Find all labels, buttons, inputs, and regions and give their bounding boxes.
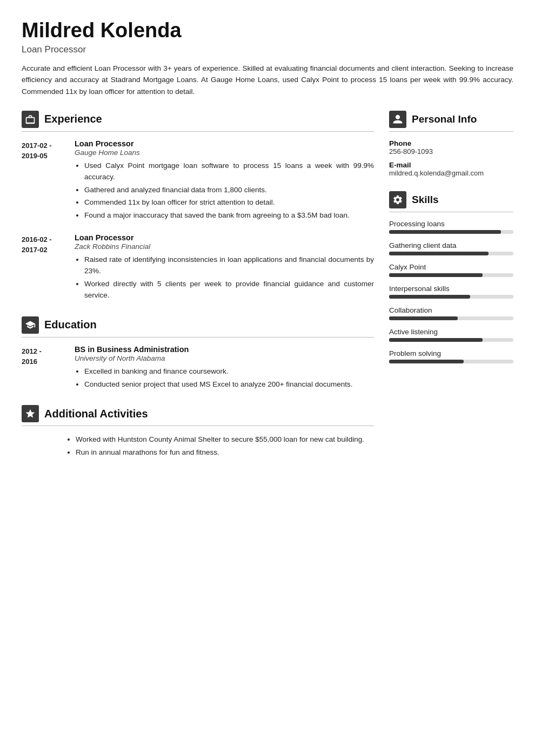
edu-bullet-1-2: Conducted senior project that used MS Ex… xyxy=(84,379,374,390)
skill-bar-fill-2 xyxy=(389,273,483,277)
personal-info-label: Personal Info xyxy=(412,113,477,125)
skills-list: Processing loans Gathering client data C… xyxy=(389,220,513,363)
skills-svg xyxy=(392,194,403,205)
bullets-2: Raised rate of identifying inconsistenci… xyxy=(75,254,374,301)
activities-icon xyxy=(22,405,39,422)
skill-bar-bg-2 xyxy=(389,273,513,277)
activity-bullet-2: Run in annual marathons for fun and fitn… xyxy=(76,447,374,458)
skill-item-1: Gathering client data xyxy=(389,241,513,255)
bullet-1-1: Used Calyx Point mortgage loan software … xyxy=(84,160,374,183)
bullet-1-2: Gathered and analyzed financial data fro… xyxy=(84,184,374,196)
email-label: E-mail xyxy=(389,161,513,169)
bullet-1-4: Found a major inaccuracy that saved the … xyxy=(84,210,374,221)
edu-bullets-1: Excelled in banking and finance coursewo… xyxy=(75,366,374,390)
activities-heading: Additional Activities xyxy=(22,405,374,426)
star-svg xyxy=(25,408,36,419)
skill-bar-bg-1 xyxy=(389,252,513,255)
activity-bullet-1: Worked with Huntston County Animal Shelt… xyxy=(76,434,374,446)
skill-bar-fill-5 xyxy=(389,338,483,342)
skill-item-4: Collaboration xyxy=(389,306,513,320)
experience-dates-2: 2016-02 -2017-02 xyxy=(22,233,65,302)
experience-icon xyxy=(22,111,39,128)
graduation-svg xyxy=(25,320,36,330)
skill-name-3: Interpersonal skills xyxy=(389,285,513,293)
company-1: Gauge Home Loans xyxy=(75,148,374,157)
education-entry-1: 2012 -2016 BS in Business Administration… xyxy=(22,345,374,391)
skill-name-2: Calyx Point xyxy=(389,263,513,271)
skill-name-0: Processing loans xyxy=(389,220,513,228)
bullet-1-3: Commended 11x by loan officer for strict… xyxy=(84,197,374,208)
email-value: mildred.q.kolenda@gmail.com xyxy=(389,169,513,177)
skill-item-2: Calyx Point xyxy=(389,263,513,277)
candidate-name: Mildred Kolenda xyxy=(22,19,513,42)
education-content-1: BS in Business Administration University… xyxy=(75,345,374,391)
degree-1: BS in Business Administration xyxy=(75,345,374,354)
right-column: Personal Info Phone 256-809-1093 E-mail … xyxy=(389,111,513,377)
experience-heading: Experience xyxy=(22,111,374,132)
personal-info-section: Personal Info Phone 256-809-1093 E-mail … xyxy=(389,111,513,177)
experience-entry-1: 2017-02 -2019-05 Loan Processor Gauge Ho… xyxy=(22,139,374,222)
skill-item-0: Processing loans xyxy=(389,220,513,234)
phone-label: Phone xyxy=(389,139,513,147)
person-svg xyxy=(392,114,403,125)
resume-header: Mildred Kolenda Loan Processor Accurate … xyxy=(22,19,513,98)
education-section: Education 2012 -2016 BS in Business Admi… xyxy=(22,316,374,391)
skill-bar-bg-0 xyxy=(389,230,513,234)
education-dates-1: 2012 -2016 xyxy=(22,345,65,391)
skill-item-3: Interpersonal skills xyxy=(389,285,513,299)
skill-item-5: Active listening xyxy=(389,328,513,342)
experience-label: Experience xyxy=(44,113,102,125)
skill-bar-fill-6 xyxy=(389,360,464,363)
skills-label: Skills xyxy=(412,194,439,206)
experience-entry-2: 2016-02 -2017-02 Loan Processor Zack Rob… xyxy=(22,233,374,302)
experience-content-2: Loan Processor Zack Robbins Financial Ra… xyxy=(75,233,374,302)
skill-bar-bg-4 xyxy=(389,316,513,320)
skill-bar-fill-3 xyxy=(389,295,470,299)
left-column: Experience 2017-02 -2019-05 Loan Process… xyxy=(22,111,374,473)
skill-bar-fill-0 xyxy=(389,230,501,234)
activities-label: Additional Activities xyxy=(44,408,148,420)
education-icon xyxy=(22,316,39,334)
skill-name-5: Active listening xyxy=(389,328,513,336)
phone-item: Phone 256-809-1093 xyxy=(389,139,513,156)
skill-bar-bg-3 xyxy=(389,295,513,299)
experience-content-1: Loan Processor Gauge Home Loans Used Cal… xyxy=(75,139,374,222)
skills-section: Skills Processing loans Gathering client… xyxy=(389,191,513,363)
experience-dates-1: 2017-02 -2019-05 xyxy=(22,139,65,222)
phone-value: 256-809-1093 xyxy=(389,147,513,156)
skill-bar-bg-6 xyxy=(389,360,513,363)
email-item: E-mail mildred.q.kolenda@gmail.com xyxy=(389,161,513,177)
personal-info-icon xyxy=(389,111,406,128)
skill-bar-bg-5 xyxy=(389,338,513,342)
activities-bullets: Worked with Huntston County Animal Shelt… xyxy=(22,434,374,458)
education-heading: Education xyxy=(22,316,374,338)
edu-bullet-1-1: Excelled in banking and finance coursewo… xyxy=(84,366,374,377)
skills-icon xyxy=(389,191,406,208)
bullets-1: Used Calyx Point mortgage loan software … xyxy=(75,160,374,221)
candidate-title: Loan Processor xyxy=(22,44,513,55)
skills-heading: Skills xyxy=(389,191,513,212)
skill-name-4: Collaboration xyxy=(389,306,513,314)
job-title-2: Loan Processor xyxy=(75,233,374,242)
skill-item-6: Problem solving xyxy=(389,349,513,363)
briefcase-svg xyxy=(25,114,36,125)
candidate-summary: Accurate and efficient Loan Processor wi… xyxy=(22,63,513,98)
education-label: Education xyxy=(44,319,97,331)
school-1: University of North Alabama xyxy=(75,354,374,362)
bullet-2-1: Raised rate of identifying inconsistenci… xyxy=(84,254,374,277)
experience-section: Experience 2017-02 -2019-05 Loan Process… xyxy=(22,111,374,302)
job-title-1: Loan Processor xyxy=(75,139,374,148)
skill-name-6: Problem solving xyxy=(389,349,513,357)
skill-bar-fill-1 xyxy=(389,252,489,255)
skill-name-1: Gathering client data xyxy=(389,241,513,249)
skill-bar-fill-4 xyxy=(389,316,458,320)
activities-section: Additional Activities Worked with Huntst… xyxy=(22,405,374,458)
main-content: Experience 2017-02 -2019-05 Loan Process… xyxy=(22,111,513,473)
personal-info-heading: Personal Info xyxy=(389,111,513,132)
bullet-2-2: Worked directly with 5 clients per week … xyxy=(84,278,374,301)
company-2: Zack Robbins Financial xyxy=(75,242,374,251)
